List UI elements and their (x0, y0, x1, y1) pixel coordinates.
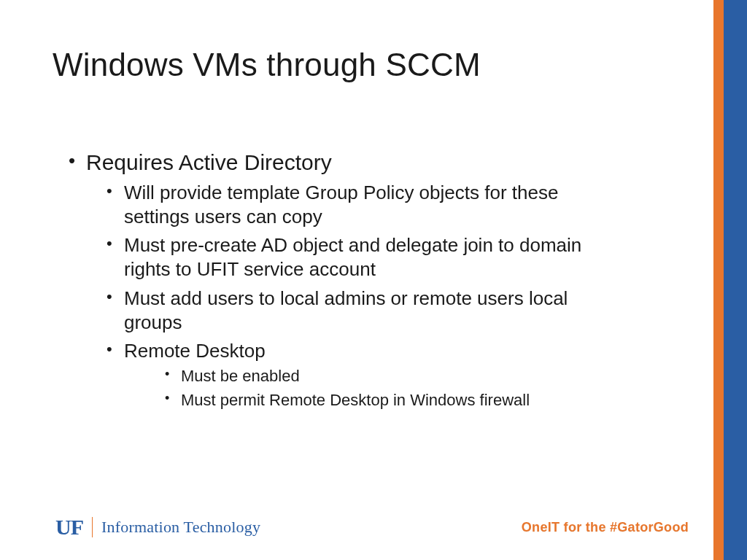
accent-stripe-blue (724, 0, 747, 560)
bullet-text: Must pre-create AD object and delegate j… (124, 234, 581, 280)
uf-logo: UF Information Technology (55, 516, 260, 538)
uf-logo-text: Information Technology (101, 518, 260, 537)
bullet-level2: Must pre-create AD object and delegate j… (104, 233, 620, 282)
bullet-level2: Must add users to local admins or remote… (104, 287, 620, 335)
slide-body: Requires Active Directory Will provide t… (66, 149, 620, 416)
bullet-level2: Remote Desktop Must be enabled Must perm… (104, 339, 620, 411)
bullet-level3: Must permit Remote Desktop in Windows fi… (162, 390, 620, 411)
uf-logo-mark: UF (55, 516, 83, 538)
slide-title: Windows VMs through SCCM (53, 47, 481, 83)
logo-divider (92, 517, 93, 537)
bullet-text: Requires Active Directory (86, 150, 332, 174)
bullet-level3: Must be enabled (162, 366, 620, 387)
slide-footer: UF Information Technology OneIT for the … (55, 516, 689, 538)
bullet-text: Must permit Remote Desktop in Windows fi… (181, 391, 530, 409)
bullet-text: Must add users to local admins or remote… (124, 287, 568, 333)
footer-tagline: OneIT for the #GatorGood (522, 520, 689, 535)
bullet-text: Remote Desktop (124, 340, 266, 362)
bullet-level1: Requires Active Directory Will provide t… (66, 149, 620, 411)
bullet-level2: Will provide template Group Policy objec… (104, 181, 620, 230)
bullet-text: Will provide template Group Policy objec… (124, 182, 558, 228)
bullet-text: Must be enabled (181, 367, 300, 385)
accent-stripe-orange (713, 0, 724, 560)
slide: Windows VMs through SCCM Requires Active… (0, 0, 747, 560)
